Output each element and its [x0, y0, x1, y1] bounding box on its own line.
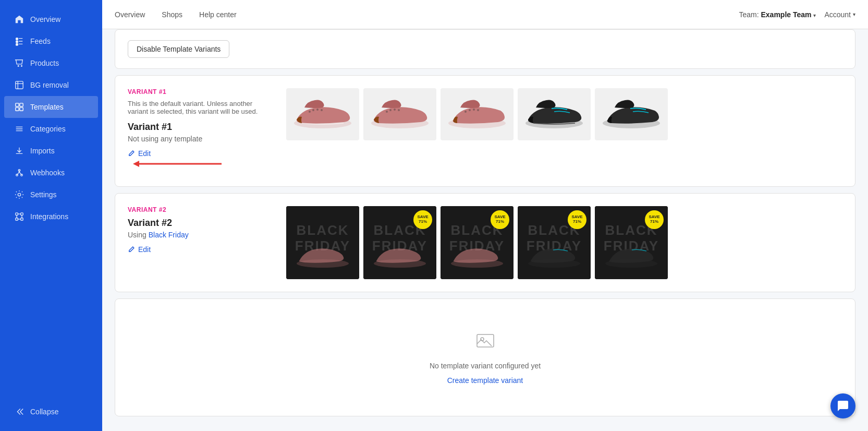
variant-2-title: Variant #2: [128, 218, 274, 229]
team-name: Example Team: [761, 10, 812, 19]
shoe-svg-4: [523, 96, 585, 133]
home-icon: [15, 15, 24, 24]
sidebar-item-integrations[interactable]: Integrations: [4, 206, 98, 228]
svg-point-31: [386, 111, 388, 113]
bg-removal-icon: [15, 80, 24, 90]
variant-1-card: VARIANT #1 This is the default variant. …: [115, 75, 855, 187]
account-chevron-icon: ▾: [853, 11, 855, 17]
annotation-arrow: [128, 156, 232, 172]
sidebar-item-settings[interactable]: Settings: [4, 184, 98, 206]
variant-2-subtitle: Using Black Friday: [128, 231, 274, 239]
variant-2-info: VARIANT #2 Variant #2 Using Black Friday…: [128, 206, 274, 255]
svg-rect-0: [16, 38, 18, 40]
variant-1-info: VARIANT #1 This is the default variant. …: [128, 88, 274, 174]
sidebar-item-products[interactable]: Products: [4, 52, 98, 74]
sidebar-item-templates[interactable]: Templates: [4, 96, 98, 118]
sidebar-item-bg-removal[interactable]: BG removal: [4, 74, 98, 96]
nav-link-help-center[interactable]: Help center: [199, 10, 237, 19]
bf-badge-2: SAVE71%: [413, 210, 432, 229]
svg-rect-8: [20, 103, 23, 106]
feeds-icon: [15, 37, 24, 46]
svg-point-38: [473, 109, 475, 111]
variant-2-edit-link[interactable]: Edit: [128, 245, 151, 254]
content-inner: Disable Template Variants VARIANT #1 Thi…: [102, 29, 868, 431]
collapse-button[interactable]: Collapse: [4, 401, 98, 423]
variant-2-image-2: SAVE71% BLACK FRIDAY: [363, 206, 436, 279]
templates-icon: [15, 102, 24, 112]
svg-rect-2: [16, 44, 18, 46]
black-friday-link[interactable]: Black Friday: [149, 231, 189, 239]
integrations-icon: [15, 212, 24, 221]
sidebar-bottom: Collapse: [0, 401, 102, 431]
variant-2-content: VARIANT #2 Variant #2 Using Black Friday…: [128, 206, 842, 279]
bf-badge-3: SAVE71%: [491, 210, 509, 229]
empty-variant-card: No template variant configured yet Creat…: [115, 298, 855, 416]
sidebar-item-webhooks[interactable]: Webhooks: [4, 162, 98, 184]
variant-2-images: SAVE71% BLACK FRIDAY: [286, 206, 842, 279]
top-navigation: Overview Shops Help center Team: Example…: [0, 0, 868, 29]
svg-rect-7: [16, 103, 19, 106]
svg-point-36: [464, 111, 467, 113]
variant-1-title: Variant #1: [128, 122, 274, 133]
account-button[interactable]: Account ▾: [824, 10, 855, 19]
bf-svg-1: BLACK FRIDAY: [286, 206, 359, 279]
variant-1-image-1: [286, 88, 359, 140]
disable-section: Disable Template Variants: [115, 29, 855, 69]
chat-button[interactable]: [830, 393, 855, 418]
variant-1-image-5: [595, 88, 668, 140]
nav-right: Team: Example Team ▾ Account ▾: [739, 10, 855, 19]
svg-point-27: [312, 109, 314, 111]
svg-point-26: [309, 111, 311, 113]
svg-point-14: [18, 193, 20, 196]
shoe-svg-3: [446, 96, 508, 133]
variant-2-image-1: SAVE71% BLACK FRIDAY: [286, 206, 359, 279]
nav-link-overview[interactable]: Overview: [115, 10, 145, 19]
svg-rect-9: [16, 107, 19, 111]
sidebar-item-categories[interactable]: Categories: [4, 118, 98, 140]
arrow-annotation: [128, 156, 274, 174]
categories-icon: [15, 124, 24, 134]
variant-1-subtitle: Not using any template: [128, 135, 274, 143]
variant-2-image-3: SAVE71% BLACK FRIDAY: [441, 206, 514, 279]
svg-point-33: [394, 109, 396, 111]
svg-point-37: [469, 109, 471, 111]
bf-badge-4: SAVE71%: [568, 210, 586, 229]
svg-point-32: [389, 109, 392, 111]
sidebar-item-overview[interactable]: Overview: [4, 8, 98, 30]
variant-1-image-2: [363, 88, 436, 140]
svg-point-34: [398, 109, 400, 111]
collapse-icon: [15, 407, 24, 416]
variant-2-image-5: SAVE71% BLACK FRIDAY: [595, 206, 668, 279]
empty-variant-message: No template variant configured yet: [430, 362, 541, 370]
sidebar: Overview Feeds Products BG removal Templ…: [0, 0, 102, 431]
imports-icon: [15, 146, 24, 155]
svg-rect-17: [16, 218, 18, 221]
svg-rect-10: [20, 107, 23, 111]
svg-point-39: [477, 109, 479, 111]
svg-rect-1: [16, 41, 18, 43]
team-label: Team: Example Team ▾: [739, 10, 816, 19]
svg-marker-24: [133, 161, 139, 167]
image-placeholder-icon: [475, 330, 496, 355]
disable-template-variants-button[interactable]: Disable Template Variants: [128, 40, 229, 58]
variant-2-card: VARIANT #2 Variant #2 Using Black Friday…: [115, 193, 855, 292]
svg-rect-16: [21, 213, 23, 216]
nav-link-shops[interactable]: Shops: [162, 10, 182, 19]
variant-2-image-4: SAVE71% BLACK FRIDAY: [518, 206, 591, 279]
pencil-icon-2: [128, 246, 135, 253]
variant-1-image-4: [518, 88, 591, 140]
create-template-variant-link[interactable]: Create template variant: [447, 376, 523, 385]
sidebar-item-feeds[interactable]: Feeds: [4, 30, 98, 52]
svg-rect-6: [16, 81, 23, 89]
svg-point-28: [316, 109, 319, 111]
variant-1-badge: VARIANT #1: [128, 88, 274, 95]
svg-text:BLACK: BLACK: [297, 222, 349, 238]
products-icon: [15, 58, 24, 68]
shoe-svg-5: [600, 96, 663, 133]
sidebar-item-imports[interactable]: Imports: [4, 140, 98, 162]
svg-point-29: [321, 109, 323, 111]
variant-1-content: VARIANT #1 This is the default variant. …: [128, 88, 842, 174]
settings-icon: [15, 190, 24, 199]
variant-2-badge: VARIANT #2: [128, 206, 274, 213]
variant-1-description: This is the default variant. Unless anot…: [128, 100, 274, 115]
